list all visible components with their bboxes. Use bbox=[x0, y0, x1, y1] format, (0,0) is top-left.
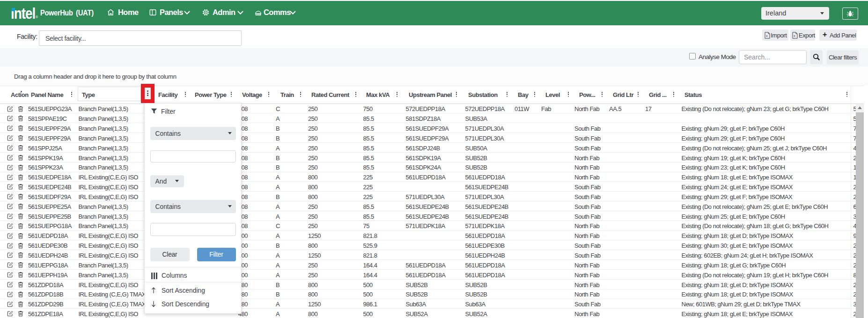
svg-text:x: x bbox=[794, 34, 795, 38]
svg-text:x: x bbox=[766, 34, 768, 38]
